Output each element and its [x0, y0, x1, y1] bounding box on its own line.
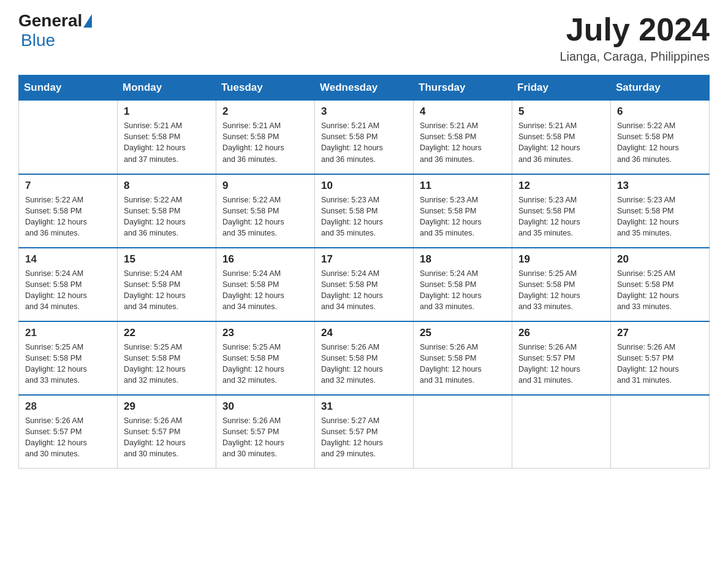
day-info: Sunrise: 5:24 AMSunset: 5:58 PMDaylight:…: [25, 268, 111, 313]
day-number: 18: [420, 253, 506, 266]
day-number: 10: [321, 180, 407, 192]
day-number: 27: [617, 327, 703, 339]
day-info: Sunrise: 5:22 AMSunset: 5:58 PMDaylight:…: [617, 120, 703, 165]
day-number: 15: [124, 253, 210, 266]
day-info: Sunrise: 5:21 AMSunset: 5:58 PMDaylight:…: [518, 120, 604, 165]
calendar-cell: 27Sunrise: 5:26 AMSunset: 5:57 PMDayligh…: [611, 321, 710, 395]
day-info: Sunrise: 5:25 AMSunset: 5:58 PMDaylight:…: [518, 268, 604, 313]
calendar-header-row: SundayMondayTuesdayWednesdayThursdayFrid…: [19, 75, 710, 101]
calendar-header-sunday: Sunday: [19, 75, 118, 101]
day-info: Sunrise: 5:21 AMSunset: 5:58 PMDaylight:…: [124, 120, 210, 165]
calendar-cell: 7Sunrise: 5:22 AMSunset: 5:58 PMDaylight…: [19, 174, 118, 248]
week-row-3: 14Sunrise: 5:24 AMSunset: 5:58 PMDayligh…: [19, 248, 710, 321]
day-info: Sunrise: 5:22 AMSunset: 5:58 PMDaylight:…: [222, 194, 308, 239]
calendar-header-thursday: Thursday: [414, 75, 512, 101]
day-number: 12: [518, 180, 604, 192]
day-info: Sunrise: 5:24 AMSunset: 5:58 PMDaylight:…: [420, 268, 506, 313]
month-title: July 2024: [559, 12, 710, 47]
calendar-cell: 11Sunrise: 5:23 AMSunset: 5:58 PMDayligh…: [414, 174, 512, 248]
calendar-header-wednesday: Wednesday: [315, 75, 414, 101]
day-number: 2: [222, 105, 308, 118]
day-number: 1: [124, 105, 210, 118]
calendar-cell: 26Sunrise: 5:26 AMSunset: 5:57 PMDayligh…: [512, 321, 611, 395]
day-info: Sunrise: 5:22 AMSunset: 5:58 PMDaylight:…: [124, 194, 210, 239]
day-info: Sunrise: 5:26 AMSunset: 5:57 PMDaylight:…: [617, 342, 703, 386]
calendar-cell: 10Sunrise: 5:23 AMSunset: 5:58 PMDayligh…: [315, 174, 414, 248]
day-number: 24: [321, 327, 407, 339]
day-number: 26: [518, 327, 604, 339]
calendar-cell: 24Sunrise: 5:26 AMSunset: 5:58 PMDayligh…: [315, 321, 414, 395]
calendar-cell: [512, 395, 611, 469]
day-info: Sunrise: 5:26 AMSunset: 5:58 PMDaylight:…: [321, 342, 407, 386]
day-number: 21: [25, 327, 111, 339]
header: General Blue July 2024 Lianga, Caraga, P…: [18, 12, 710, 64]
day-info: Sunrise: 5:26 AMSunset: 5:57 PMDaylight:…: [222, 415, 308, 460]
day-number: 19: [518, 253, 604, 266]
logo-text: General: [18, 12, 93, 29]
page: General Blue July 2024 Lianga, Caraga, P…: [0, 0, 728, 563]
day-number: 6: [617, 105, 703, 118]
calendar-cell: [414, 395, 512, 469]
day-info: Sunrise: 5:23 AMSunset: 5:58 PMDaylight:…: [321, 194, 407, 239]
day-info: Sunrise: 5:24 AMSunset: 5:58 PMDaylight:…: [124, 268, 210, 313]
week-row-5: 28Sunrise: 5:26 AMSunset: 5:57 PMDayligh…: [19, 395, 710, 469]
day-number: 13: [617, 180, 703, 192]
calendar-cell: 17Sunrise: 5:24 AMSunset: 5:58 PMDayligh…: [315, 248, 414, 321]
day-info: Sunrise: 5:26 AMSunset: 5:57 PMDaylight:…: [124, 415, 210, 460]
calendar-header-friday: Friday: [512, 75, 611, 101]
calendar-cell: 1Sunrise: 5:21 AMSunset: 5:58 PMDaylight…: [118, 101, 216, 174]
day-info: Sunrise: 5:23 AMSunset: 5:58 PMDaylight:…: [617, 194, 703, 239]
calendar-cell: 25Sunrise: 5:26 AMSunset: 5:58 PMDayligh…: [414, 321, 512, 395]
calendar-cell: 13Sunrise: 5:23 AMSunset: 5:58 PMDayligh…: [611, 174, 710, 248]
day-number: 29: [124, 400, 210, 413]
day-number: 5: [518, 105, 604, 118]
logo-blue: Blue: [21, 31, 55, 50]
day-info: Sunrise: 5:27 AMSunset: 5:57 PMDaylight:…: [321, 415, 407, 460]
calendar-cell: 31Sunrise: 5:27 AMSunset: 5:57 PMDayligh…: [315, 395, 414, 469]
day-info: Sunrise: 5:25 AMSunset: 5:58 PMDaylight:…: [617, 268, 703, 313]
day-info: Sunrise: 5:21 AMSunset: 5:58 PMDaylight:…: [420, 120, 506, 165]
day-number: 30: [222, 400, 308, 413]
calendar-cell: 6Sunrise: 5:22 AMSunset: 5:58 PMDaylight…: [611, 101, 710, 174]
day-info: Sunrise: 5:22 AMSunset: 5:58 PMDaylight:…: [25, 194, 111, 239]
calendar-cell: 9Sunrise: 5:22 AMSunset: 5:58 PMDaylight…: [216, 174, 315, 248]
calendar-cell: 29Sunrise: 5:26 AMSunset: 5:57 PMDayligh…: [118, 395, 216, 469]
logo-general: General: [18, 12, 82, 29]
week-row-2: 7Sunrise: 5:22 AMSunset: 5:58 PMDaylight…: [19, 174, 710, 248]
calendar-cell: 4Sunrise: 5:21 AMSunset: 5:58 PMDaylight…: [414, 101, 512, 174]
day-number: 20: [617, 253, 703, 266]
calendar-cell: 3Sunrise: 5:21 AMSunset: 5:58 PMDaylight…: [315, 101, 414, 174]
calendar-cell: 22Sunrise: 5:25 AMSunset: 5:58 PMDayligh…: [118, 321, 216, 395]
calendar-cell: 21Sunrise: 5:25 AMSunset: 5:58 PMDayligh…: [19, 321, 118, 395]
calendar-cell: 20Sunrise: 5:25 AMSunset: 5:58 PMDayligh…: [611, 248, 710, 321]
day-info: Sunrise: 5:26 AMSunset: 5:58 PMDaylight:…: [420, 342, 506, 386]
week-row-1: 1Sunrise: 5:21 AMSunset: 5:58 PMDaylight…: [19, 101, 710, 174]
calendar-cell: [19, 101, 118, 174]
day-number: 23: [222, 327, 308, 339]
calendar-cell: 28Sunrise: 5:26 AMSunset: 5:57 PMDayligh…: [19, 395, 118, 469]
day-info: Sunrise: 5:25 AMSunset: 5:58 PMDaylight:…: [124, 342, 210, 386]
day-number: 7: [25, 180, 111, 192]
day-info: Sunrise: 5:21 AMSunset: 5:58 PMDaylight:…: [222, 120, 308, 165]
day-number: 3: [321, 105, 407, 118]
calendar-header-tuesday: Tuesday: [216, 75, 315, 101]
calendar-cell: 5Sunrise: 5:21 AMSunset: 5:58 PMDaylight…: [512, 101, 611, 174]
calendar-cell: 14Sunrise: 5:24 AMSunset: 5:58 PMDayligh…: [19, 248, 118, 321]
day-number: 25: [420, 327, 506, 339]
day-info: Sunrise: 5:23 AMSunset: 5:58 PMDaylight:…: [518, 194, 604, 239]
calendar-cell: 19Sunrise: 5:25 AMSunset: 5:58 PMDayligh…: [512, 248, 611, 321]
day-info: Sunrise: 5:24 AMSunset: 5:58 PMDaylight:…: [222, 268, 308, 313]
calendar-header-monday: Monday: [118, 75, 216, 101]
logo: General Blue: [18, 12, 93, 50]
day-info: Sunrise: 5:21 AMSunset: 5:58 PMDaylight:…: [321, 120, 407, 165]
calendar-cell: 30Sunrise: 5:26 AMSunset: 5:57 PMDayligh…: [216, 395, 315, 469]
calendar-cell: 15Sunrise: 5:24 AMSunset: 5:58 PMDayligh…: [118, 248, 216, 321]
day-info: Sunrise: 5:23 AMSunset: 5:58 PMDaylight:…: [420, 194, 506, 239]
day-info: Sunrise: 5:26 AMSunset: 5:57 PMDaylight:…: [25, 415, 111, 460]
calendar-table: SundayMondayTuesdayWednesdayThursdayFrid…: [18, 75, 710, 469]
calendar-cell: 12Sunrise: 5:23 AMSunset: 5:58 PMDayligh…: [512, 174, 611, 248]
day-info: Sunrise: 5:26 AMSunset: 5:57 PMDaylight:…: [518, 342, 604, 386]
day-number: 9: [222, 180, 308, 192]
day-number: 11: [420, 180, 506, 192]
location: Lianga, Caraga, Philippines: [559, 50, 710, 64]
